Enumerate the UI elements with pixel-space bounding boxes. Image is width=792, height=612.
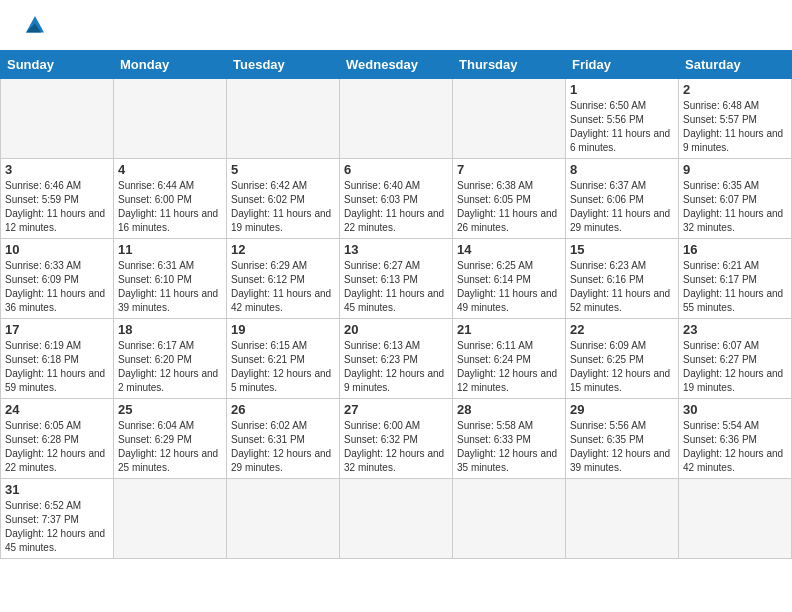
day-number: 2 — [683, 82, 787, 97]
calendar-cell: 25Sunrise: 6:04 AM Sunset: 6:29 PM Dayli… — [114, 399, 227, 479]
day-number: 24 — [5, 402, 109, 417]
calendar-cell: 18Sunrise: 6:17 AM Sunset: 6:20 PM Dayli… — [114, 319, 227, 399]
day-info: Sunrise: 6:17 AM Sunset: 6:20 PM Dayligh… — [118, 339, 222, 395]
day-info: Sunrise: 6:29 AM Sunset: 6:12 PM Dayligh… — [231, 259, 335, 315]
weekday-header-monday: Monday — [114, 51, 227, 79]
calendar-cell: 15Sunrise: 6:23 AM Sunset: 6:16 PM Dayli… — [566, 239, 679, 319]
day-info: Sunrise: 6:15 AM Sunset: 6:21 PM Dayligh… — [231, 339, 335, 395]
day-info: Sunrise: 6:35 AM Sunset: 6:07 PM Dayligh… — [683, 179, 787, 235]
calendar-table: SundayMondayTuesdayWednesdayThursdayFrid… — [0, 50, 792, 559]
day-info: Sunrise: 6:40 AM Sunset: 6:03 PM Dayligh… — [344, 179, 448, 235]
day-info: Sunrise: 6:25 AM Sunset: 6:14 PM Dayligh… — [457, 259, 561, 315]
calendar-cell: 9Sunrise: 6:35 AM Sunset: 6:07 PM Daylig… — [679, 159, 792, 239]
calendar-cell — [679, 479, 792, 559]
calendar-cell: 5Sunrise: 6:42 AM Sunset: 6:02 PM Daylig… — [227, 159, 340, 239]
calendar-cell — [227, 79, 340, 159]
calendar-cell: 27Sunrise: 6:00 AM Sunset: 6:32 PM Dayli… — [340, 399, 453, 479]
day-info: Sunrise: 6:09 AM Sunset: 6:25 PM Dayligh… — [570, 339, 674, 395]
page-header — [0, 0, 792, 45]
day-number: 14 — [457, 242, 561, 257]
day-number: 13 — [344, 242, 448, 257]
day-number: 19 — [231, 322, 335, 337]
logo — [20, 10, 54, 40]
day-number: 9 — [683, 162, 787, 177]
day-info: Sunrise: 6:13 AM Sunset: 6:23 PM Dayligh… — [344, 339, 448, 395]
day-number: 25 — [118, 402, 222, 417]
day-number: 6 — [344, 162, 448, 177]
day-info: Sunrise: 6:48 AM Sunset: 5:57 PM Dayligh… — [683, 99, 787, 155]
calendar-cell — [566, 479, 679, 559]
day-info: Sunrise: 6:02 AM Sunset: 6:31 PM Dayligh… — [231, 419, 335, 475]
calendar-cell — [114, 479, 227, 559]
day-number: 3 — [5, 162, 109, 177]
day-number: 15 — [570, 242, 674, 257]
day-number: 11 — [118, 242, 222, 257]
calendar-cell: 20Sunrise: 6:13 AM Sunset: 6:23 PM Dayli… — [340, 319, 453, 399]
day-info: Sunrise: 6:23 AM Sunset: 6:16 PM Dayligh… — [570, 259, 674, 315]
day-number: 28 — [457, 402, 561, 417]
calendar-cell: 16Sunrise: 6:21 AM Sunset: 6:17 PM Dayli… — [679, 239, 792, 319]
day-number: 17 — [5, 322, 109, 337]
day-info: Sunrise: 6:21 AM Sunset: 6:17 PM Dayligh… — [683, 259, 787, 315]
day-info: Sunrise: 6:27 AM Sunset: 6:13 PM Dayligh… — [344, 259, 448, 315]
day-info: Sunrise: 5:54 AM Sunset: 6:36 PM Dayligh… — [683, 419, 787, 475]
calendar-cell — [1, 79, 114, 159]
day-info: Sunrise: 6:11 AM Sunset: 6:24 PM Dayligh… — [457, 339, 561, 395]
calendar-cell: 26Sunrise: 6:02 AM Sunset: 6:31 PM Dayli… — [227, 399, 340, 479]
day-info: Sunrise: 6:04 AM Sunset: 6:29 PM Dayligh… — [118, 419, 222, 475]
calendar-cell: 28Sunrise: 5:58 AM Sunset: 6:33 PM Dayli… — [453, 399, 566, 479]
calendar-cell: 2Sunrise: 6:48 AM Sunset: 5:57 PM Daylig… — [679, 79, 792, 159]
day-number: 31 — [5, 482, 109, 497]
calendar-cell: 11Sunrise: 6:31 AM Sunset: 6:10 PM Dayli… — [114, 239, 227, 319]
day-info: Sunrise: 6:52 AM Sunset: 7:37 PM Dayligh… — [5, 499, 109, 555]
weekday-header-wednesday: Wednesday — [340, 51, 453, 79]
day-info: Sunrise: 5:56 AM Sunset: 6:35 PM Dayligh… — [570, 419, 674, 475]
calendar-cell: 21Sunrise: 6:11 AM Sunset: 6:24 PM Dayli… — [453, 319, 566, 399]
calendar-cell: 17Sunrise: 6:19 AM Sunset: 6:18 PM Dayli… — [1, 319, 114, 399]
day-number: 23 — [683, 322, 787, 337]
calendar-cell — [227, 479, 340, 559]
calendar-cell: 13Sunrise: 6:27 AM Sunset: 6:13 PM Dayli… — [340, 239, 453, 319]
calendar-cell: 1Sunrise: 6:50 AM Sunset: 5:56 PM Daylig… — [566, 79, 679, 159]
day-number: 20 — [344, 322, 448, 337]
calendar-cell: 3Sunrise: 6:46 AM Sunset: 5:59 PM Daylig… — [1, 159, 114, 239]
day-info: Sunrise: 6:33 AM Sunset: 6:09 PM Dayligh… — [5, 259, 109, 315]
calendar-cell — [114, 79, 227, 159]
day-info: Sunrise: 6:37 AM Sunset: 6:06 PM Dayligh… — [570, 179, 674, 235]
calendar-cell: 24Sunrise: 6:05 AM Sunset: 6:28 PM Dayli… — [1, 399, 114, 479]
calendar-cell: 7Sunrise: 6:38 AM Sunset: 6:05 PM Daylig… — [453, 159, 566, 239]
day-info: Sunrise: 6:00 AM Sunset: 6:32 PM Dayligh… — [344, 419, 448, 475]
day-number: 22 — [570, 322, 674, 337]
calendar-cell: 4Sunrise: 6:44 AM Sunset: 6:00 PM Daylig… — [114, 159, 227, 239]
day-info: Sunrise: 6:44 AM Sunset: 6:00 PM Dayligh… — [118, 179, 222, 235]
calendar-cell: 30Sunrise: 5:54 AM Sunset: 6:36 PM Dayli… — [679, 399, 792, 479]
calendar-cell: 14Sunrise: 6:25 AM Sunset: 6:14 PM Dayli… — [453, 239, 566, 319]
weekday-header-sunday: Sunday — [1, 51, 114, 79]
day-number: 12 — [231, 242, 335, 257]
weekday-header-friday: Friday — [566, 51, 679, 79]
day-number: 18 — [118, 322, 222, 337]
weekday-header-row: SundayMondayTuesdayWednesdayThursdayFrid… — [1, 51, 792, 79]
day-number: 30 — [683, 402, 787, 417]
day-info: Sunrise: 6:05 AM Sunset: 6:28 PM Dayligh… — [5, 419, 109, 475]
day-number: 10 — [5, 242, 109, 257]
weekday-header-thursday: Thursday — [453, 51, 566, 79]
calendar-cell: 29Sunrise: 5:56 AM Sunset: 6:35 PM Dayli… — [566, 399, 679, 479]
day-info: Sunrise: 5:58 AM Sunset: 6:33 PM Dayligh… — [457, 419, 561, 475]
day-info: Sunrise: 6:31 AM Sunset: 6:10 PM Dayligh… — [118, 259, 222, 315]
day-number: 1 — [570, 82, 674, 97]
day-number: 8 — [570, 162, 674, 177]
calendar-cell: 10Sunrise: 6:33 AM Sunset: 6:09 PM Dayli… — [1, 239, 114, 319]
calendar-cell — [453, 79, 566, 159]
day-number: 26 — [231, 402, 335, 417]
calendar-cell — [340, 479, 453, 559]
week-row-5: 24Sunrise: 6:05 AM Sunset: 6:28 PM Dayli… — [1, 399, 792, 479]
calendar-cell: 22Sunrise: 6:09 AM Sunset: 6:25 PM Dayli… — [566, 319, 679, 399]
day-number: 4 — [118, 162, 222, 177]
calendar-cell: 6Sunrise: 6:40 AM Sunset: 6:03 PM Daylig… — [340, 159, 453, 239]
calendar-cell: 19Sunrise: 6:15 AM Sunset: 6:21 PM Dayli… — [227, 319, 340, 399]
day-info: Sunrise: 6:46 AM Sunset: 5:59 PM Dayligh… — [5, 179, 109, 235]
weekday-header-tuesday: Tuesday — [227, 51, 340, 79]
calendar-cell: 8Sunrise: 6:37 AM Sunset: 6:06 PM Daylig… — [566, 159, 679, 239]
day-number: 27 — [344, 402, 448, 417]
